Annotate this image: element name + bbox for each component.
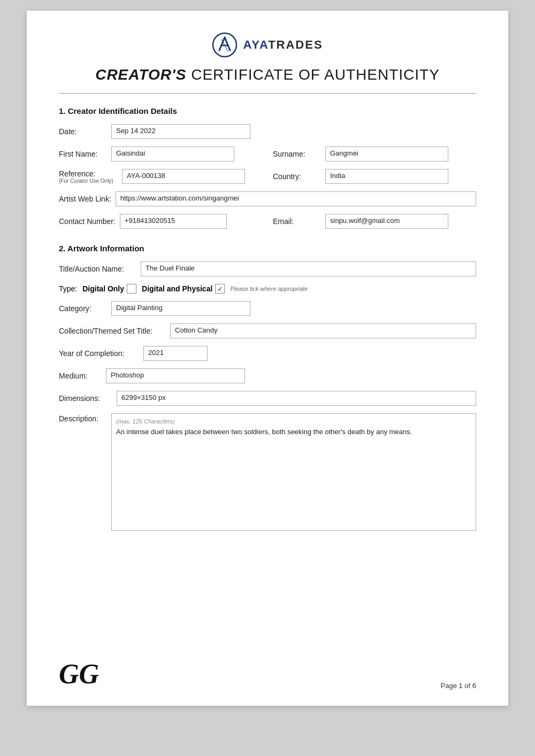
digital-physical-label: Digital and Physical xyxy=(142,284,212,293)
reference-input[interactable]: AYA-000138 xyxy=(122,169,245,184)
collection-row: Collection/Themed Set Title: Cotton Cand… xyxy=(59,323,476,338)
contact-input[interactable]: +918413020515 xyxy=(120,214,227,229)
ayatrades-logo-icon xyxy=(212,32,238,58)
digital-physical-option: Digital and Physical ✓ xyxy=(142,284,225,294)
certificate-title: CREATOR'S CERTIFICATE OF AUTHENTICITY xyxy=(95,66,440,83)
category-input[interactable]: Digital Painting xyxy=(111,301,250,316)
email-col: Email: sinpu.wolf@gmail.com xyxy=(273,214,476,229)
header-divider xyxy=(59,93,476,94)
email-input[interactable]: sinpu.wolf@gmail.com xyxy=(325,214,448,229)
title-bold: CREATOR'S xyxy=(95,66,186,83)
title-rest: CERTIFICATE OF AUTHENTICITY xyxy=(186,66,439,83)
digital-only-checkbox[interactable] xyxy=(127,284,136,294)
auction-title-row: Title/Auction Name: The Duel Finale xyxy=(59,261,476,276)
firstname-input[interactable]: Gaisindai xyxy=(111,146,234,161)
contact-row: Contact Number: +918413020515 Email: sin… xyxy=(59,214,476,229)
signature: GG xyxy=(59,658,99,690)
description-hint: (max. 125 Characters) xyxy=(116,418,471,425)
contact-col: Contact Number: +918413020515 xyxy=(59,214,262,229)
country-input[interactable]: India xyxy=(325,169,448,184)
collection-label: Collection/Themed Set Title: xyxy=(59,327,166,335)
reference-sublabel: (For Curator Use Only) xyxy=(59,178,118,184)
type-note: Please tick where appropriate xyxy=(230,286,308,292)
country-col: Country: India xyxy=(273,169,476,184)
section1-title: 1. Creator Identification Details xyxy=(59,106,476,115)
firstname-col: First Name: Gaisindai xyxy=(59,146,262,161)
surname-col: Surname: Gangmei xyxy=(273,146,476,161)
date-row: Date: Sep 14 2022 xyxy=(59,124,476,139)
reference-label: Reference: xyxy=(59,169,118,178)
description-row: Description: (max. 125 Characters) An in… xyxy=(59,413,476,531)
name-row: First Name: Gaisindai Surname: Gangmei xyxy=(59,146,476,161)
document-header: AYATRADES CREATOR'S CERTIFICATE OF AUTHE… xyxy=(59,32,476,83)
dimensions-label: Dimensions: xyxy=(59,394,112,403)
category-row: Category: Digital Painting xyxy=(59,301,476,316)
weblink-row: Artist Web Link: https://www.artstation.… xyxy=(59,191,476,206)
type-label: Type: xyxy=(59,284,77,293)
logo-area: AYATRADES xyxy=(212,32,323,58)
section2-title: 2. Artwork Information xyxy=(59,244,476,253)
surname-label: Surname: xyxy=(273,150,321,158)
year-label: Year of Completion: xyxy=(59,349,139,358)
medium-label: Medium: xyxy=(59,372,102,380)
country-label: Country: xyxy=(273,172,321,181)
category-label: Category: xyxy=(59,304,107,313)
reference-label-wrap: Reference: (For Curator Use Only) xyxy=(59,169,118,184)
auction-title-label: Title/Auction Name: xyxy=(59,265,136,273)
firstname-label: First Name: xyxy=(59,150,107,158)
reference-row: Reference: (For Curator Use Only) AYA-00… xyxy=(59,169,476,184)
contact-label: Contact Number: xyxy=(59,217,116,226)
description-label: Description: xyxy=(59,413,107,531)
section-artwork-info: 2. Artwork Information Title/Auction Nam… xyxy=(59,244,476,531)
dimensions-row: Dimensions: 6299×3150 px xyxy=(59,391,476,406)
year-row: Year of Completion: 2021 xyxy=(59,346,476,361)
medium-row: Medium: Photoshop xyxy=(59,368,476,383)
digital-only-option: Digital Only xyxy=(82,284,136,294)
weblink-label: Artist Web Link: xyxy=(59,195,111,203)
year-input[interactable]: 2021 xyxy=(143,346,208,361)
date-input[interactable]: Sep 14 2022 xyxy=(111,124,250,139)
page-number: Page 1 of 6 xyxy=(441,682,477,690)
document-page: AYATRADES CREATOR'S CERTIFICATE OF AUTHE… xyxy=(27,11,508,706)
logo-text: AYATRADES xyxy=(243,38,323,52)
type-row: Type: Digital Only Digital and Physical … xyxy=(59,284,476,294)
auction-title-input[interactable]: The Duel Finale xyxy=(141,261,476,276)
description-field[interactable]: (max. 125 Characters) An intense duel ta… xyxy=(111,413,476,531)
medium-input[interactable]: Photoshop xyxy=(106,368,245,383)
email-label: Email: xyxy=(273,217,321,226)
dimensions-input[interactable]: 6299×3150 px xyxy=(117,391,476,406)
logo-aya: AYA xyxy=(243,38,268,51)
collection-input[interactable]: Cotton Candy xyxy=(170,323,476,338)
logo-trades: TRADES xyxy=(268,38,323,51)
digital-only-label: Digital Only xyxy=(82,284,124,293)
reference-col: Reference: (For Curator Use Only) AYA-00… xyxy=(59,169,262,184)
date-label: Date: xyxy=(59,127,107,136)
surname-input[interactable]: Gangmei xyxy=(325,146,448,161)
page-footer: GG Page 1 of 6 xyxy=(59,658,476,690)
digital-physical-checkbox[interactable]: ✓ xyxy=(215,284,225,294)
weblink-input[interactable]: https://www.artstation.com/singangmei xyxy=(116,191,476,206)
section-creator-details: 1. Creator Identification Details Date: … xyxy=(59,106,476,229)
svg-line-2 xyxy=(225,37,230,50)
description-text: An intense duel takes place between two … xyxy=(116,428,471,436)
